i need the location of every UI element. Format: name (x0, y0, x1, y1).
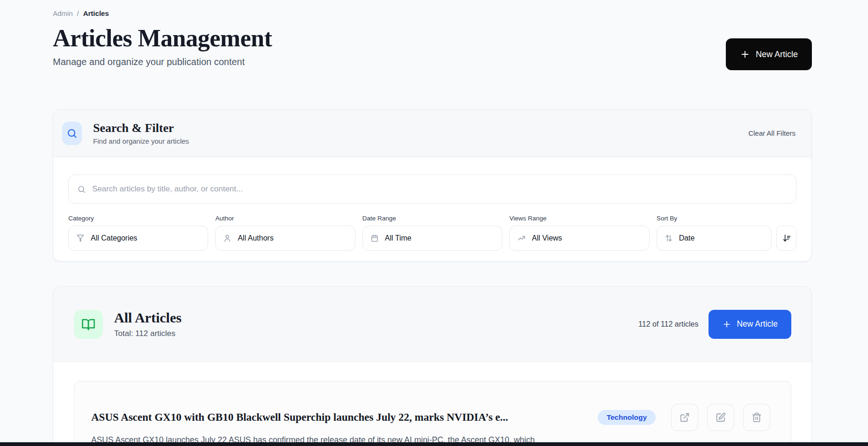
search-icon (66, 128, 78, 139)
article-actions (671, 404, 770, 431)
search-input[interactable] (92, 184, 788, 194)
user-icon (223, 234, 231, 242)
all-articles-title: All Articles (114, 310, 181, 326)
new-article-button-label: New Article (737, 319, 778, 329)
search-filter-header: Search & Filter Find and organize your a… (53, 110, 811, 157)
filter-date-range-label: Date Range (362, 215, 502, 222)
book-icon-tile (74, 310, 103, 339)
author-select[interactable]: All Authors (215, 226, 355, 251)
arrow-up-down-icon (665, 234, 673, 242)
breadcrumb-admin[interactable]: Admin (53, 9, 73, 17)
new-article-button-list[interactable]: New Article (709, 310, 791, 339)
articles-count: 112 of 112 articles (638, 320, 698, 329)
filter-row: Category All Categories Author A (68, 215, 796, 251)
external-link-icon (680, 412, 690, 423)
main-content: Admin / Articles Articles Management Man… (53, 0, 812, 446)
calendar-icon (370, 234, 379, 242)
page-title: Articles Management (53, 25, 812, 51)
filter-author: Author All Authors (215, 215, 355, 251)
category-badge: Technology (598, 410, 656, 425)
new-article-button-label: New Article (756, 50, 798, 59)
search-box (68, 175, 796, 204)
all-articles-header: All Articles Total: 112 articles 112 of … (53, 287, 811, 362)
breadcrumb-separator: / (77, 9, 79, 17)
filter-sort-by: Sort By Date (657, 215, 796, 251)
filter-category: Category All Categories (68, 215, 208, 251)
search-icon-tile (62, 122, 82, 145)
bottom-edge-bar (0, 442, 868, 446)
plus-icon (722, 320, 731, 329)
search-filter-title: Search & Filter (93, 121, 189, 135)
sort-direction-button[interactable] (776, 226, 796, 251)
filter-category-label: Category (68, 215, 208, 222)
filter-sort-by-label: Sort By (657, 215, 772, 222)
category-select-value: All Categories (91, 234, 137, 242)
breadcrumb-articles: Articles (83, 9, 109, 17)
sort-descending-icon (782, 234, 791, 243)
plus-icon (740, 49, 750, 59)
filter-author-label: Author (215, 215, 355, 222)
funnel-icon (76, 234, 85, 242)
sort-by-select-value: Date (679, 234, 695, 242)
all-articles-card: All Articles Total: 112 articles 112 of … (53, 286, 812, 446)
author-select-value: All Authors (238, 234, 273, 242)
article-title[interactable]: ASUS Ascent GX10 with GB10 Blackwell Sup… (91, 411, 584, 424)
search-filter-subtitle: Find and organize your articles (93, 137, 189, 145)
breadcrumb: Admin / Articles (53, 0, 812, 17)
article-row: ASUS Ascent GX10 with GB10 Blackwell Sup… (74, 381, 791, 446)
search-input-icon (77, 185, 86, 194)
edit-icon (716, 412, 726, 423)
open-article-button[interactable] (671, 404, 698, 431)
search-filter-card: Search & Filter Find and organize your a… (53, 109, 812, 262)
date-range-select[interactable]: All Time (362, 226, 502, 251)
book-open-icon (81, 317, 95, 331)
clear-all-filters-button[interactable]: Clear All Filters (748, 129, 796, 137)
search-filter-body: Category All Categories Author A (53, 157, 811, 261)
delete-article-button[interactable] (743, 404, 770, 431)
category-select[interactable]: All Categories (68, 226, 208, 251)
trending-up-icon (517, 234, 526, 242)
views-range-select-value: All Views (532, 234, 562, 242)
filter-views-range: Views Range All Views (509, 215, 649, 251)
filter-views-range-label: Views Range (509, 215, 649, 222)
articles-list: ASUS Ascent GX10 with GB10 Blackwell Sup… (53, 362, 811, 446)
trash-icon (752, 412, 762, 423)
edit-article-button[interactable] (707, 404, 734, 431)
all-articles-total: Total: 112 articles (114, 329, 181, 338)
filter-date-range: Date Range All Time (362, 215, 502, 251)
date-range-select-value: All Time (385, 234, 412, 242)
new-article-button-top[interactable]: New Article (726, 38, 812, 70)
sort-by-select[interactable]: Date (657, 226, 772, 251)
views-range-select[interactable]: All Views (509, 226, 649, 251)
page-subtitle: Manage and organize your publication con… (53, 55, 812, 68)
